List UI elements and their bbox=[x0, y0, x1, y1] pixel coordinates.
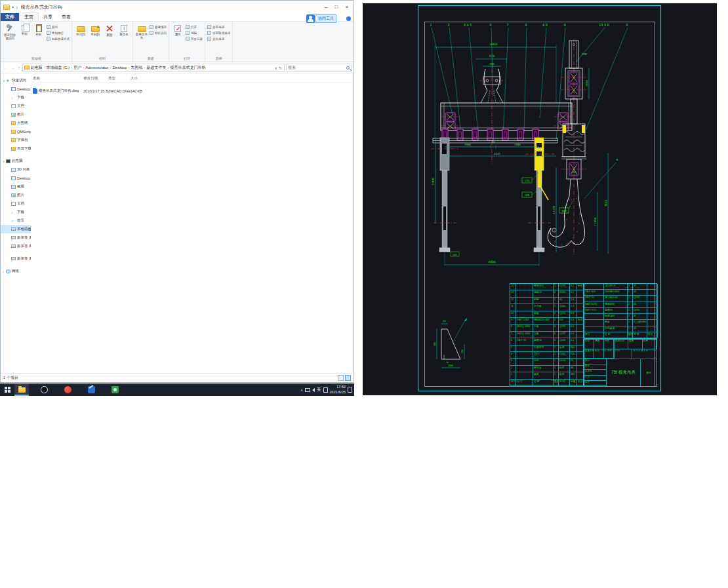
pin-quick-access-button[interactable]: 固定到快速访问 bbox=[3, 23, 17, 40]
minimize-button[interactable]: – bbox=[321, 2, 331, 12]
move-to-button[interactable]: 移动到 bbox=[73, 23, 88, 36]
collab-overlay[interactable]: 协同工具 bbox=[306, 14, 336, 23]
properties-button[interactable]: 属性 bbox=[171, 23, 185, 36]
nav-item[interactable]: 本地磁盘 (C:) bbox=[1, 225, 31, 233]
copy-to-button[interactable]: 复制到 bbox=[88, 23, 102, 36]
up-icon[interactable]: ↑ bbox=[17, 66, 21, 70]
title-bar[interactable]: ▾ | 模壳吊具式龙门吊钩 – □ × bbox=[1, 1, 354, 13]
paste-button[interactable]: 粘贴 bbox=[31, 23, 46, 36]
clock-date: 2021/6/25 bbox=[330, 390, 346, 395]
svg-text:2: 2 bbox=[447, 23, 449, 27]
paste-shortcut-button[interactable]: 粘贴快捷方式 bbox=[47, 37, 70, 41]
tray-app-icon[interactable] bbox=[323, 387, 328, 393]
copy-path-icon bbox=[47, 31, 51, 35]
qat-customize-icon[interactable]: ▾ bbox=[11, 5, 14, 9]
ime-indicator[interactable]: 英 bbox=[317, 387, 321, 393]
breadcrumb-segment[interactable]: 用户› bbox=[73, 65, 85, 71]
column-header[interactable]: 大小 bbox=[131, 76, 150, 81]
breadcrumb-segment[interactable]: Desktop› bbox=[113, 66, 131, 69]
tab-view[interactable]: 查看 bbox=[57, 13, 75, 21]
new-folder-button[interactable]: 新建文件夹 bbox=[134, 23, 149, 39]
details-view-icon[interactable] bbox=[338, 375, 344, 381]
forward-icon[interactable]: → bbox=[10, 66, 16, 70]
quick-access-toolbar[interactable]: ▾ | bbox=[11, 5, 18, 9]
nav-item[interactable]: ∨ 此电脑 bbox=[1, 157, 31, 165]
breadcrumb-segment[interactable]: 新建文件夹› bbox=[147, 65, 171, 71]
nav-item[interactable]: 新加卷 (E:) bbox=[1, 242, 31, 250]
tray-monitor-icon[interactable] bbox=[305, 388, 310, 392]
cut-button[interactable]: 剪切 bbox=[47, 25, 70, 29]
open-button[interactable]: 打开 bbox=[186, 25, 203, 29]
delete-icon bbox=[105, 24, 114, 33]
tab-home[interactable]: 主页 bbox=[19, 12, 39, 21]
column-header[interactable]: 修改日期 bbox=[83, 76, 108, 81]
edit-button[interactable]: 编辑 bbox=[186, 31, 203, 35]
nav-item-icon bbox=[6, 159, 10, 163]
tray-expand-icon[interactable]: ∧ bbox=[300, 388, 303, 392]
back-icon[interactable]: ← bbox=[3, 66, 9, 70]
help-icon[interactable] bbox=[346, 16, 351, 21]
history-button[interactable]: 历史记录 bbox=[186, 37, 203, 41]
breadcrumb-segment[interactable]: Administrator› bbox=[85, 66, 112, 69]
column-header[interactable]: 类型 bbox=[108, 76, 131, 81]
taskbar-app-blue-icon[interactable] bbox=[84, 383, 98, 396]
nav-item[interactable]: Desktop bbox=[1, 85, 31, 93]
column-header[interactable]: 名称 bbox=[33, 76, 83, 81]
nav-item[interactable]: 新加卷 (F:) bbox=[1, 254, 31, 263]
nav-item[interactable]: ∨ 快速访问 bbox=[1, 76, 31, 85]
search-input[interactable] bbox=[288, 66, 346, 69]
bom-row: 9GB/T 5782螺栓M24×100 48.80.3标准 bbox=[510, 318, 583, 324]
start-button[interactable] bbox=[0, 383, 14, 396]
taskbar-explorer-icon[interactable] bbox=[14, 383, 29, 396]
breadcrumb-segment[interactable]: 本地磁盘 (C:)› bbox=[47, 65, 74, 71]
nav-item[interactable]: Desktop bbox=[1, 174, 31, 182]
volume-icon[interactable] bbox=[312, 388, 315, 392]
tab-file[interactable]: 文件 bbox=[1, 13, 19, 21]
copy-button[interactable]: 复制 bbox=[17, 23, 31, 35]
nav-item-icon bbox=[11, 87, 16, 91]
nav-item[interactable]: 音乐 bbox=[1, 216, 31, 225]
nav-item[interactable]: 新加卷 (D:) bbox=[1, 233, 31, 242]
nav-item-icon bbox=[11, 202, 16, 206]
refresh-icon[interactable]: ↻ bbox=[278, 66, 283, 70]
thumbnail-view-icon[interactable] bbox=[345, 375, 351, 381]
new-item-button[interactable]: 新建项目 bbox=[150, 25, 167, 29]
copy-path-button[interactable]: 复制路径 bbox=[47, 31, 70, 35]
tab-share[interactable]: 共享 bbox=[39, 13, 57, 21]
breadcrumb-segment[interactable]: 大图纸› bbox=[131, 65, 147, 71]
breadcrumb-segment[interactable]: 此电脑› bbox=[31, 65, 47, 71]
delete-button[interactable]: 删除 bbox=[102, 23, 117, 37]
nav-item[interactable]: 视频 bbox=[1, 182, 31, 191]
nav-item[interactable]: 图片 bbox=[1, 191, 31, 199]
nav-item[interactable]: 文档 bbox=[1, 102, 31, 110]
nav-item[interactable]: QMScript bbox=[1, 127, 31, 136]
rename-button[interactable]: 重命名 bbox=[117, 23, 131, 36]
file-row[interactable]: 模壳吊具式龙门吊钩.dwg 2010/1/17 15:38 ZWCAD Draw… bbox=[31, 87, 354, 95]
select-all-button[interactable]: 全部选择 bbox=[207, 25, 230, 29]
nav-item[interactable]: 大图纸 bbox=[1, 119, 31, 127]
maximize-button[interactable]: □ bbox=[331, 2, 342, 12]
file-type: ZWCAD Drawing bbox=[108, 89, 131, 93]
select-none-button[interactable]: 全部取消选择 bbox=[207, 31, 230, 35]
nav-item[interactable]: 字体包 bbox=[1, 136, 31, 144]
invert-selection-button[interactable]: 反向选择 bbox=[207, 37, 230, 41]
nav-item[interactable]: 下载 bbox=[1, 208, 31, 216]
taskbar-app-green-icon[interactable] bbox=[108, 383, 122, 396]
close-button[interactable]: × bbox=[342, 2, 352, 12]
nav-item[interactable]: 百度下载 bbox=[1, 144, 31, 153]
nav-item[interactable]: 下载 bbox=[1, 93, 31, 102]
notification-center-icon[interactable] bbox=[348, 387, 352, 393]
nav-item[interactable]: 图片 bbox=[1, 110, 31, 119]
easy-access-button[interactable]: 轻松访问 bbox=[150, 31, 167, 35]
file-list[interactable]: 名称修改日期类型大小 模壳吊具式龙门吊钩.dwg 2010/1/17 15:38… bbox=[31, 75, 354, 373]
taskbar-clock[interactable]: 17:52 2021/6/25 bbox=[330, 385, 346, 394]
taskbar-app-red-icon[interactable] bbox=[60, 383, 75, 396]
nav-item[interactable]: 文档 bbox=[1, 199, 31, 208]
breadcrumb-segment[interactable]: 模壳吊具式龙门吊钩› bbox=[171, 65, 206, 71]
search-box[interactable] bbox=[286, 64, 352, 72]
nav-item[interactable]: › 网络 bbox=[1, 267, 31, 275]
stage-label: 比例 bbox=[643, 340, 657, 349]
breadcrumb[interactable]: 此电脑›本地磁盘 (C:)›用户›Administrator›Desktop›大… bbox=[22, 64, 285, 72]
nav-item[interactable]: 3D 对象 bbox=[1, 165, 31, 174]
taskbar-browser-icon[interactable] bbox=[37, 383, 51, 396]
